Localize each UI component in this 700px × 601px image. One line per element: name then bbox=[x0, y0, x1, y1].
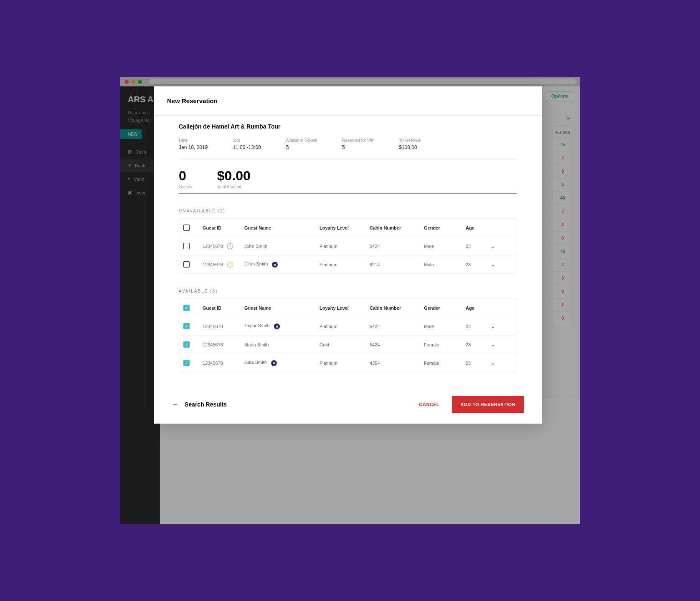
cabin-number: 5424 bbox=[370, 324, 424, 329]
col-age: Age bbox=[466, 225, 491, 230]
col-guest-id: Guest ID bbox=[203, 306, 244, 311]
row-checkbox[interactable] bbox=[183, 323, 190, 329]
total-amount: $0.00 bbox=[217, 168, 251, 184]
vip-value: 5 bbox=[342, 144, 374, 150]
date-label: Date bbox=[179, 138, 208, 143]
gender: Male bbox=[424, 244, 466, 249]
table-row: 12345678Julia Smith▦Platinum4354Female23… bbox=[179, 354, 517, 372]
date-value: Jan 10, 2019 bbox=[179, 144, 208, 150]
table-row: 12345678Taylor Smith▦Platinum5424Male23⌄ bbox=[179, 317, 517, 336]
available-section-label: AVAILABLE (3) bbox=[179, 289, 517, 293]
expand-row-icon[interactable]: ⌄ bbox=[491, 360, 507, 366]
loyalty-badge-icon: ▦ bbox=[274, 323, 280, 329]
guest-id: 12345678 bbox=[203, 324, 223, 329]
loyalty-badge-icon: ▦ bbox=[272, 262, 278, 268]
cabin-number: 6214 bbox=[370, 262, 424, 267]
select-all-available-checkbox[interactable] bbox=[183, 305, 190, 311]
expand-row-icon[interactable]: ⌄ bbox=[491, 323, 507, 329]
guest-id: 12345678 bbox=[203, 342, 223, 347]
modal-footer: ← Search Results CANCEL ADD TO RESERVATI… bbox=[154, 385, 542, 424]
row-checkbox[interactable] bbox=[183, 261, 190, 268]
expand-row-icon[interactable]: ⌄ bbox=[491, 243, 507, 249]
loyalty-level: Platinum bbox=[320, 244, 370, 249]
loyalty-badge-icon: ▦ bbox=[271, 360, 277, 366]
row-checkbox[interactable] bbox=[183, 360, 190, 366]
row-checkbox[interactable] bbox=[183, 341, 190, 348]
vip-label: Reserved for VIP bbox=[342, 138, 374, 143]
gender: Female bbox=[424, 342, 466, 347]
available-tickets-label: Available Tickets bbox=[286, 138, 317, 143]
tour-info-row: DateJan 10, 2019 Slot11:00 -13:00 Availa… bbox=[179, 138, 517, 160]
available-table: Guest ID Guest Name Loyalty Level Cabin … bbox=[179, 298, 517, 372]
guests-count: 0 bbox=[179, 168, 192, 184]
add-to-reservation-button[interactable]: ADD TO RESERVATION bbox=[452, 396, 524, 413]
warning-icon[interactable]: ! bbox=[227, 262, 233, 268]
gender: Male bbox=[424, 262, 466, 267]
cancel-button[interactable]: CANCEL bbox=[419, 402, 440, 407]
cabin-number: 5424 bbox=[370, 342, 424, 347]
col-guest-name: Guest Name bbox=[244, 306, 320, 311]
loyalty-level: Platinum bbox=[320, 324, 370, 329]
loyalty-level: Gold bbox=[320, 342, 370, 347]
guest-id: 12345678 bbox=[203, 244, 223, 249]
age: 23 bbox=[466, 361, 491, 366]
price-label: Ticket Price bbox=[399, 138, 421, 143]
table-row: 12345678iJohn SmithPlatinum5424Male23⌄ bbox=[179, 237, 517, 255]
info-icon[interactable]: i bbox=[227, 243, 233, 249]
expand-row-icon[interactable]: ⌄ bbox=[491, 262, 507, 268]
guest-name: Maria Smith bbox=[244, 342, 269, 347]
cabin-number: 4354 bbox=[370, 361, 424, 366]
totals-row: 0Guests $0.00Total Amount bbox=[179, 160, 517, 194]
cabin-number: 5424 bbox=[370, 244, 424, 249]
guest-name: Elton Smith bbox=[244, 261, 268, 266]
table-row: 12345678Maria SmithGold5424Female23⌄ bbox=[179, 336, 517, 354]
col-cabin: Cabin Number bbox=[370, 225, 424, 230]
tour-title: Callejón de Hamel Art & Rumba Tour bbox=[179, 123, 517, 130]
gender: Female bbox=[424, 361, 466, 366]
guest-name: Julia Smith bbox=[244, 360, 267, 365]
age: 23 bbox=[466, 262, 491, 267]
new-reservation-modal: New Reservation Callejón de Hamel Art & … bbox=[154, 86, 542, 424]
slot-value: 11:00 -13:00 bbox=[233, 144, 261, 150]
table-header: Guest ID Guest Name Loyalty Level Cabin … bbox=[179, 299, 517, 317]
row-checkbox[interactable] bbox=[183, 243, 190, 249]
col-gender: Gender bbox=[424, 225, 466, 230]
age: 23 bbox=[466, 342, 491, 347]
expand-row-icon[interactable]: ⌄ bbox=[491, 342, 507, 348]
select-all-unavailable-checkbox[interactable] bbox=[183, 225, 190, 231]
unavailable-section-label: UNAVAILABLE (2) bbox=[179, 209, 517, 213]
col-cabin: Cabin Number bbox=[370, 306, 424, 311]
total-amount-label: Total Amount bbox=[217, 184, 251, 189]
col-age: Age bbox=[466, 306, 491, 311]
available-tickets-value: 5 bbox=[286, 144, 317, 150]
footer-title: Search Results bbox=[185, 401, 419, 408]
guest-name: John Smith bbox=[244, 244, 267, 249]
age: 23 bbox=[466, 244, 491, 249]
guests-label: Guests bbox=[179, 184, 192, 189]
guest-id: 12345678 bbox=[203, 361, 223, 366]
modal-title: New Reservation bbox=[154, 86, 542, 116]
col-loyalty: Loyalty Level bbox=[320, 225, 370, 230]
app-window: ARS A User name Voyage nai NEW ▦Dash ✦Bo… bbox=[120, 77, 580, 524]
price-value: $100.00 bbox=[399, 144, 421, 150]
unavailable-table: Guest ID Guest Name Loyalty Level Cabin … bbox=[179, 218, 517, 274]
col-gender: Gender bbox=[424, 306, 466, 311]
loyalty-level: Platinum bbox=[320, 262, 370, 267]
guest-id: 12345678 bbox=[203, 262, 223, 267]
guest-name: Taylor Smith bbox=[244, 323, 270, 328]
slot-label: Slot bbox=[233, 138, 261, 143]
gender: Male bbox=[424, 324, 466, 329]
table-row: 12345678!Elton Smith▦Platinum6214Male23⌄ bbox=[179, 255, 517, 273]
col-guest-id: Guest ID bbox=[203, 225, 244, 230]
table-header: Guest ID Guest Name Loyalty Level Cabin … bbox=[179, 219, 517, 237]
back-arrow-icon[interactable]: ← bbox=[172, 401, 179, 408]
loyalty-level: Platinum bbox=[320, 361, 370, 366]
col-loyalty: Loyalty Level bbox=[320, 306, 370, 311]
col-guest-name: Guest Name bbox=[244, 225, 320, 230]
age: 23 bbox=[466, 324, 491, 329]
